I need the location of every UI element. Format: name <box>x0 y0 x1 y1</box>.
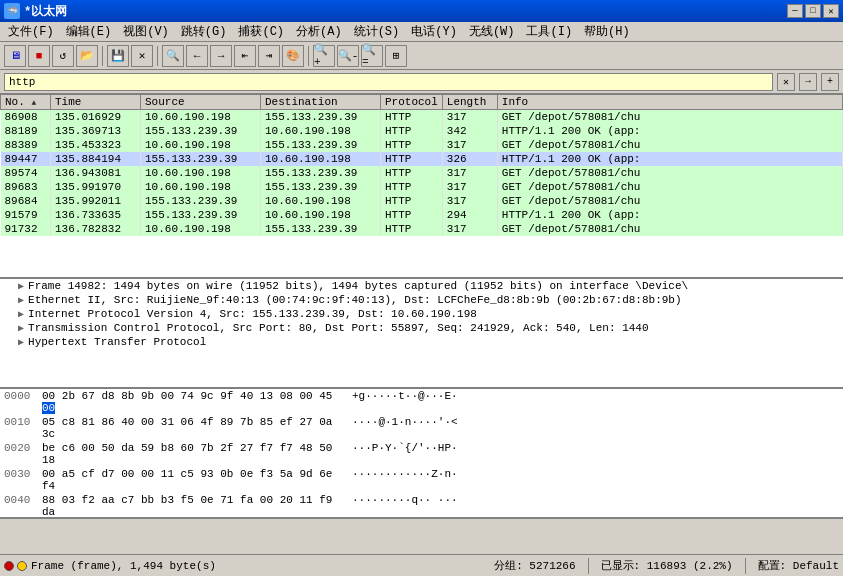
toolbar-scroll2-btn[interactable]: ⇥ <box>258 45 280 67</box>
table-row[interactable]: 91732136.78283210.60.190.198155.133.239.… <box>1 222 843 236</box>
detail-item[interactable]: ▶Transmission Control Protocol, Src Port… <box>0 321 843 335</box>
col-source[interactable]: Source <box>141 95 261 110</box>
table-cell: GET /depot/578081/chu <box>497 180 842 194</box>
table-row[interactable]: 89447135.884194155.133.239.3910.60.190.1… <box>1 152 843 166</box>
packet-table: No. ▲ Time Source Destination Protocol L… <box>0 94 843 236</box>
col-length[interactable]: Length <box>442 95 497 110</box>
status-displayed: 已显示: 116893 (2.2%) <box>601 558 733 574</box>
table-cell: 135.991970 <box>51 180 141 194</box>
hex-row: 0000 00 2b 67 d8 8b 9b 00 74 9c 9f 40 13… <box>0 389 843 415</box>
table-cell: HTTP <box>381 138 443 152</box>
table-cell: HTTP/1.1 200 OK (app: <box>497 208 842 222</box>
menu-capture[interactable]: 捕获(C) <box>232 21 290 42</box>
toolbar-zoom-out-btn[interactable]: 🔍- <box>337 45 359 67</box>
menu-wireless[interactable]: 无线(W) <box>463 21 521 42</box>
table-cell: 155.133.239.39 <box>141 152 261 166</box>
hex-bytes: be c6 00 50 da 59 b8 60 7b 2f 27 f7 f7 4… <box>42 442 352 466</box>
menu-help[interactable]: 帮助(H) <box>578 21 636 42</box>
table-cell: 10.60.190.198 <box>261 152 381 166</box>
filter-clear-btn[interactable]: ✕ <box>777 73 795 91</box>
col-protocol[interactable]: Protocol <box>381 95 443 110</box>
selected-byte[interactable]: 00 <box>42 402 55 414</box>
status-dot-red <box>4 561 14 571</box>
detail-item[interactable]: ▶Frame 14982: 1494 bytes on wire (11952 … <box>0 279 843 293</box>
toolbar-close-btn[interactable]: ✕ <box>131 45 153 67</box>
table-cell: 155.133.239.39 <box>261 138 381 152</box>
table-row[interactable]: 89684135.992011155.133.239.3910.60.190.1… <box>1 194 843 208</box>
hex-offset: 0020 <box>4 442 42 466</box>
table-cell: 294 <box>442 208 497 222</box>
table-cell: 10.60.190.198 <box>141 166 261 180</box>
col-no[interactable]: No. ▲ <box>1 95 51 110</box>
table-cell: 155.133.239.39 <box>141 194 261 208</box>
table-cell: 326 <box>442 152 497 166</box>
toolbar-restart-btn[interactable]: ↺ <box>52 45 74 67</box>
toolbar-back-btn[interactable]: ← <box>186 45 208 67</box>
table-row[interactable]: 89574136.94308110.60.190.198155.133.239.… <box>1 166 843 180</box>
table-cell: 91579 <box>1 208 51 222</box>
toolbar-coloring-btn[interactable]: 🎨 <box>282 45 304 67</box>
toolbar-find-btn[interactable]: 🔍 <box>162 45 184 67</box>
menu-telephone[interactable]: 电话(Y) <box>405 21 463 42</box>
detail-text: Hypertext Transfer Protocol <box>28 336 206 348</box>
table-cell: 317 <box>442 166 497 180</box>
maximize-button[interactable]: □ <box>805 4 821 18</box>
hex-row: 0010 05 c8 81 86 40 00 31 06 4f 89 7b 85… <box>0 415 843 441</box>
detail-arrow: ▶ <box>18 294 24 306</box>
table-cell: 88189 <box>1 124 51 138</box>
menu-statistics[interactable]: 统计(S) <box>348 21 406 42</box>
menu-goto[interactable]: 跳转(G) <box>175 21 233 42</box>
toolbar-save-btn[interactable]: 💾 <box>107 45 129 67</box>
table-cell: HTTP <box>381 208 443 222</box>
toolbar-scroll-btn[interactable]: ⇤ <box>234 45 256 67</box>
menu-tools[interactable]: 工具(I) <box>520 21 578 42</box>
table-cell: 10.60.190.198 <box>141 110 261 125</box>
table-row[interactable]: 86908135.01692910.60.190.198155.133.239.… <box>1 110 843 125</box>
table-cell: 91732 <box>1 222 51 236</box>
close-button[interactable]: ✕ <box>823 4 839 18</box>
toolbar: 🖥 ■ ↺ 📂 💾 ✕ 🔍 ← → ⇤ ⇥ 🎨 🔍+ 🔍- 🔍= ⊞ <box>0 42 843 70</box>
table-cell: HTTP <box>381 180 443 194</box>
table-row[interactable]: 91579136.733635155.133.239.3910.60.190.1… <box>1 208 843 222</box>
filter-apply-btn[interactable]: → <box>799 73 817 91</box>
detail-item[interactable]: ▶Internet Protocol Version 4, Src: 155.1… <box>0 307 843 321</box>
table-row[interactable]: 88389135.45332310.60.190.198155.133.239.… <box>1 138 843 152</box>
table-cell: 10.60.190.198 <box>261 124 381 138</box>
table-cell: 342 <box>442 124 497 138</box>
table-cell: GET /depot/578081/chu <box>497 138 842 152</box>
table-cell: 155.133.239.39 <box>261 166 381 180</box>
menu-analyze[interactable]: 分析(A) <box>290 21 348 42</box>
col-destination[interactable]: Destination <box>261 95 381 110</box>
toolbar-interface-btn[interactable]: 🖥 <box>4 45 26 67</box>
packet-table-header: No. ▲ Time Source Destination Protocol L… <box>1 95 843 110</box>
minimize-button[interactable]: ─ <box>787 4 803 18</box>
toolbar-zoom-in-btn[interactable]: 🔍+ <box>313 45 335 67</box>
hex-ascii: ·········q·· ··· <box>352 494 839 518</box>
toolbar-stop-btn[interactable]: ■ <box>28 45 50 67</box>
filter-bar: ✕ → + <box>0 70 843 94</box>
menu-edit[interactable]: 编辑(E) <box>60 21 118 42</box>
hex-ascii: ············Z·n· <box>352 468 839 492</box>
detail-item[interactable]: ▶Hypertext Transfer Protocol <box>0 335 843 349</box>
menu-view[interactable]: 视图(V) <box>117 21 175 42</box>
window-controls: ─ □ ✕ <box>787 4 839 18</box>
toolbar-open-btn[interactable]: 📂 <box>76 45 98 67</box>
table-cell: 135.369713 <box>51 124 141 138</box>
detail-item[interactable]: ▶Ethernet II, Src: RuijieNe_9f:40:13 (00… <box>0 293 843 307</box>
toolbar-fwd-btn[interactable]: → <box>210 45 232 67</box>
table-cell: HTTP <box>381 222 443 236</box>
col-time[interactable]: Time <box>51 95 141 110</box>
detail-panel: ▶Frame 14982: 1494 bytes on wire (11952 … <box>0 279 843 389</box>
col-info[interactable]: Info <box>497 95 842 110</box>
table-row[interactable]: 89683135.99197010.60.190.198155.133.239.… <box>1 180 843 194</box>
filter-bookmark-btn[interactable]: + <box>821 73 839 91</box>
toolbar-zoom-normal-btn[interactable]: 🔍= <box>361 45 383 67</box>
table-row[interactable]: 88189135.369713155.133.239.3910.60.190.1… <box>1 124 843 138</box>
table-cell: 89683 <box>1 180 51 194</box>
filter-input[interactable] <box>4 73 773 91</box>
table-cell: 317 <box>442 194 497 208</box>
menu-file[interactable]: 文件(F) <box>2 21 60 42</box>
table-cell: HTTP <box>381 110 443 125</box>
hex-bytes: 00 a5 cf d7 00 00 11 c5 93 0b 0e f3 5a 9… <box>42 468 352 492</box>
toolbar-resize-btn[interactable]: ⊞ <box>385 45 407 67</box>
